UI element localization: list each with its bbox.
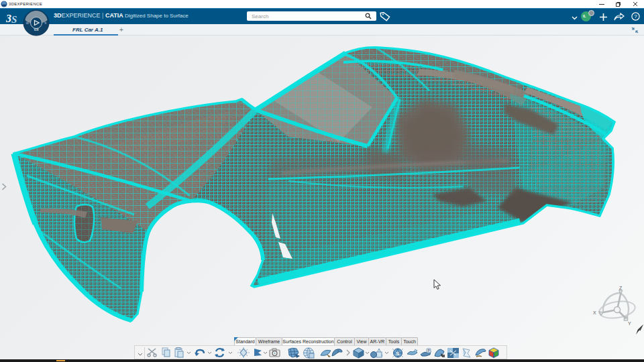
- svg-text:Z: Z: [619, 286, 623, 290]
- svg-text:S: S: [396, 351, 400, 357]
- svg-text:3D: 3D: [26, 21, 30, 25]
- svg-text:V.R: V.R: [34, 28, 40, 32]
- svg-text:S: S: [11, 14, 17, 24]
- svg-text:R: R: [45, 21, 47, 25]
- svg-text:X: X: [593, 310, 596, 315]
- svg-text:3: 3: [6, 13, 11, 24]
- svg-text:Y: Y: [628, 321, 631, 326]
- svg-text:?: ?: [634, 13, 637, 19]
